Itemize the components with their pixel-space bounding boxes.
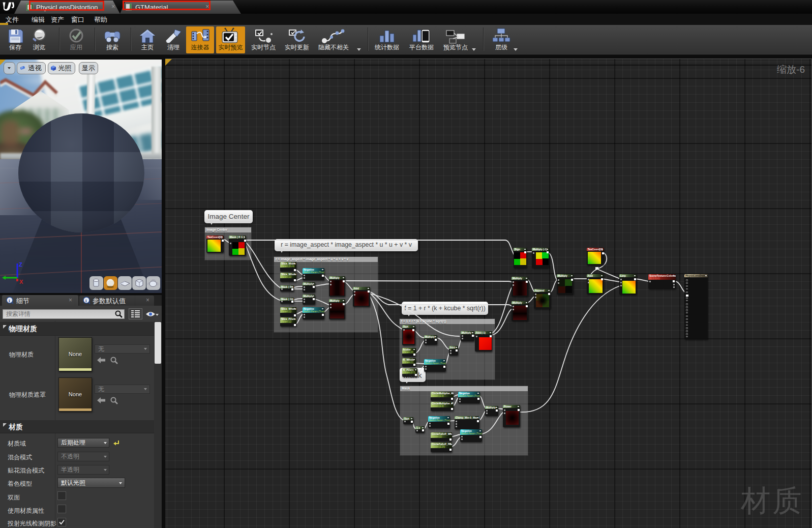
svg-text:X: X	[19, 279, 23, 285]
svg-text:Z: Z	[19, 261, 22, 268]
